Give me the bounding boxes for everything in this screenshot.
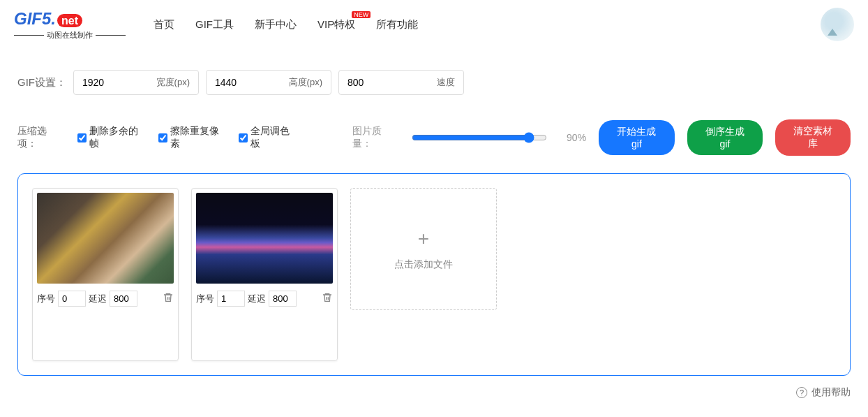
delay-label: 延迟 [248,293,266,305]
speed-unit: 速度 [437,76,455,89]
quality-slider[interactable] [412,132,547,143]
nav: 首页 GIF工具 新手中心 VIP特权NEW 所有功能 [154,18,418,31]
settings-row: GIF设置： 宽度(px) 高度(px) 速度 [17,70,851,95]
plus-icon: + [418,228,429,250]
opt-remove-frames[interactable]: 删除多余的帧 [77,125,146,150]
badge-new: NEW [352,11,371,18]
width-input-group: 宽度(px) [73,70,199,95]
frame-item[interactable]: 序号 延迟 [32,188,179,361]
generate-button[interactable]: 开始生成gif [599,120,675,155]
opt-erase-pixels[interactable]: 擦除重复像素 [158,125,227,150]
clear-button[interactable]: 清空素材库 [775,119,851,156]
nav-vip[interactable]: VIP特权NEW [317,18,355,31]
seq-label: 序号 [37,293,55,305]
delay-input[interactable] [269,291,297,307]
trash-icon[interactable] [322,292,333,305]
height-input[interactable] [215,77,278,88]
checkbox-global-palette[interactable] [239,133,248,142]
trash-icon[interactable] [163,292,174,305]
seq-input[interactable] [58,291,86,307]
height-unit: 高度(px) [289,76,322,89]
help-label: 使用帮助 [811,386,851,399]
avatar[interactable] [821,8,854,41]
delay-input[interactable] [110,291,137,307]
compress-label: 压缩选项： [17,125,65,150]
seq-input[interactable] [217,291,245,307]
frame-thumbnail [37,193,174,284]
quality-label: 图片质量： [352,125,400,150]
speed-input[interactable] [347,77,410,88]
speed-input-group: 速度 [338,70,464,95]
nav-tools[interactable]: GIF工具 [195,18,234,31]
height-input-group: 高度(px) [206,70,331,95]
add-frame-label: 点击添加文件 [394,258,453,271]
logo-subtitle: 动图在线制作 [14,30,126,41]
logo-net: net [57,14,82,27]
width-input[interactable] [82,77,145,88]
checkbox-remove-frames[interactable] [77,133,87,142]
nav-newbie[interactable]: 新手中心 [255,18,297,31]
seq-label: 序号 [196,293,214,305]
frame-controls: 序号 延迟 [37,291,174,307]
help-icon: ? [796,387,807,398]
frames-canvas: 序号 延迟 序号 延迟 + 点击添加文件 [17,173,851,376]
add-frame-button[interactable]: + 点击添加文件 [350,188,497,310]
opt-global-palette[interactable]: 全局调色板 [239,125,297,150]
frame-controls: 序号 延迟 [196,291,333,307]
width-unit: 宽度(px) [156,76,190,89]
nav-all[interactable]: 所有功能 [376,18,418,31]
logo[interactable]: GIF5.net 动图在线制作 [14,9,126,41]
checkbox-erase-pixels[interactable] [158,133,167,142]
nav-home[interactable]: 首页 [154,18,174,31]
quality-value: 90% [567,132,586,143]
frame-item[interactable]: 序号 延迟 [191,188,338,361]
logo-text: GIF5. [14,9,56,28]
header: GIF5.net 动图在线制作 首页 GIF工具 新手中心 VIP特权NEW 所… [0,0,868,49]
delay-label: 延迟 [89,293,107,305]
reverse-button[interactable]: 倒序生成gif [687,120,763,155]
options-row: 压缩选项： 删除多余的帧 擦除重复像素 全局调色板 图片质量： 90% 开始生成… [17,119,851,156]
settings-label: GIF设置： [17,76,66,89]
help-link[interactable]: ? 使用帮助 [0,376,868,409]
frame-thumbnail [196,193,333,284]
